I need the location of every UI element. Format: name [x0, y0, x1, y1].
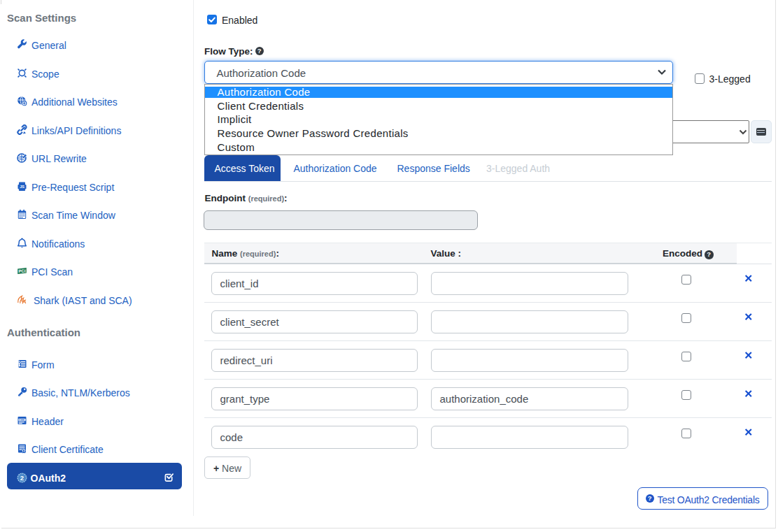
svg-text:2: 2 — [20, 474, 24, 482]
svg-text:JS: JS — [20, 185, 24, 189]
svg-text:PCI: PCI — [18, 269, 26, 273]
